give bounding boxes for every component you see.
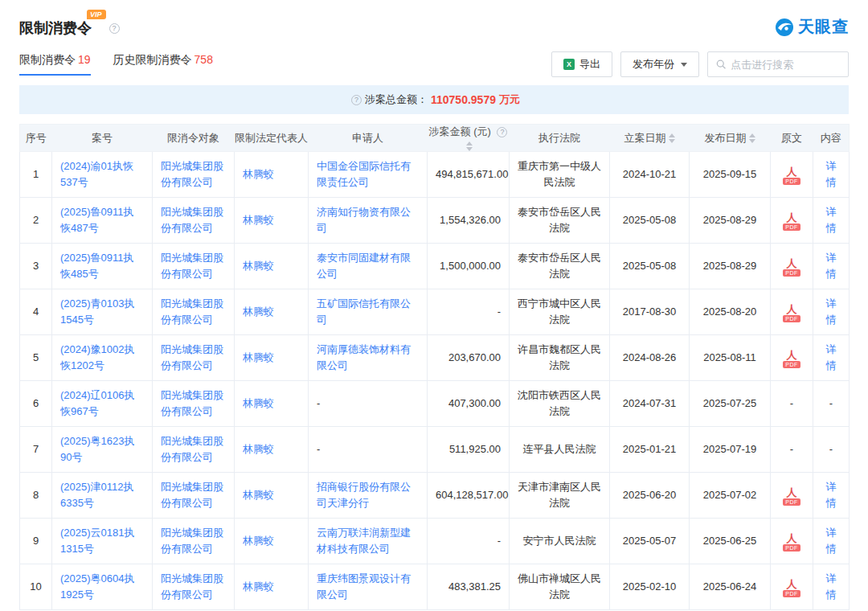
column-header: 原文 [771, 125, 813, 152]
column-header: 限制法定代表人 [235, 125, 309, 152]
sort-icon[interactable] [669, 133, 675, 143]
pdf-icon[interactable]: 人PDF [783, 350, 800, 368]
target-company-link[interactable]: 阳光城集团股份有限公司 [161, 572, 223, 601]
publish-date: 2025-06-24 [690, 564, 771, 610]
row-index: 7 [20, 427, 52, 473]
table-row: 9 (2025)云0181执1315号 阳光城集团股份有限公司 林腾蛟 云南万联… [20, 519, 850, 564]
court-name: 泰安市岱岳区人民法院 [510, 244, 610, 289]
export-button-label: 导出 [579, 57, 600, 72]
legal-rep-link[interactable]: 林腾蛟 [243, 535, 274, 547]
pdf-cell: 人PDF [771, 198, 813, 244]
sort-icon[interactable] [749, 133, 755, 143]
column-header: 执行法院 [510, 125, 610, 152]
pdf-icon[interactable]: 人PDF [783, 166, 800, 185]
pdf-cell: 人PDF [771, 335, 813, 381]
row-index: 2 [20, 198, 52, 244]
tab-0[interactable]: 限制消费令19 [19, 53, 91, 76]
detail-link[interactable]: 详情 [826, 343, 837, 371]
case-number-link[interactable]: (2024)豫1002执恢1202号 [60, 343, 135, 371]
court-name: 天津市津南区人民法院 [510, 473, 610, 519]
legal-rep-link[interactable]: 林腾蛟 [243, 443, 274, 455]
publish-date: 2025-08-11 [690, 335, 771, 381]
target-company-link[interactable]: 阳光城集团股份有限公司 [161, 297, 223, 326]
target-company-link[interactable]: 阳光城集团股份有限公司 [161, 527, 223, 555]
case-number-link[interactable]: (2024)渝01执恢537号 [60, 160, 133, 188]
table-row: 3 (2025)鲁0911执恢485号 阳光城集团股份有限公司 林腾蛟 泰安市同… [20, 244, 850, 289]
pdf-icon[interactable]: 人PDF [783, 212, 800, 231]
legal-rep-link[interactable]: 林腾蛟 [243, 489, 274, 501]
publish-date: 2025-07-02 [690, 473, 771, 519]
pdf-icon[interactable]: 人PDF [783, 579, 800, 597]
row-index: 6 [20, 381, 52, 427]
case-number-link[interactable]: (2025)粤1623执90号 [60, 435, 135, 463]
detail-link[interactable]: 详情 [826, 297, 837, 326]
applicant-link[interactable]: 泰安市同固建材有限公司 [317, 252, 411, 280]
amount-value: 483,381.25 [428, 564, 510, 610]
publish-date: 2025-08-29 [690, 198, 771, 244]
legal-rep-link[interactable]: 林腾蛟 [243, 260, 274, 272]
amount-value: 407,300.00 [428, 381, 510, 427]
table-row: 6 (2024)辽0106执恢967号 阳光城集团股份有限公司 林腾蛟 - 40… [20, 381, 850, 427]
column-header: 案号 [52, 125, 153, 152]
column-header[interactable]: 发布日期 [690, 125, 771, 152]
column-header[interactable]: 涉案金额 (元) ? [428, 125, 510, 152]
target-company-link[interactable]: 阳光城集团股份有限公司 [161, 343, 223, 371]
column-help-icon[interactable]: ? [497, 127, 507, 137]
detail-cell: - [813, 427, 850, 473]
detail-link[interactable]: 详情 [826, 160, 837, 188]
detail-cell: 详情 [813, 152, 850, 198]
tab-label: 限制消费令 [19, 53, 76, 66]
case-number-link[interactable]: (2025)津0112执6335号 [60, 481, 134, 509]
target-company-link[interactable]: 阳光城集团股份有限公司 [161, 160, 223, 188]
case-number-link[interactable]: (2025)青0103执1545号 [60, 297, 135, 326]
tab-toolbar-row: 限制消费令19历史限制消费令758 X 导出 发布年份 [19, 51, 849, 77]
target-company-link[interactable]: 阳光城集团股份有限公司 [161, 435, 223, 463]
legal-rep-link[interactable]: 林腾蛟 [243, 306, 274, 318]
sort-icon[interactable] [466, 141, 473, 151]
tab-1[interactable]: 历史限制消费令758 [113, 53, 213, 76]
detail-cell: 详情 [813, 473, 850, 519]
applicant-link[interactable]: 云南万联沣润新型建材科技有限公司 [317, 527, 411, 555]
legal-rep-link[interactable]: 林腾蛟 [243, 351, 274, 363]
legal-rep-link[interactable]: 林腾蛟 [243, 168, 274, 180]
applicant-link[interactable]: 河南厚德装饰材料有限公司 [317, 343, 411, 371]
legal-rep-link[interactable]: 林腾蛟 [243, 580, 274, 593]
applicant-link[interactable]: 五矿国际信托有限公司 [317, 297, 411, 326]
help-icon[interactable]: ? [109, 23, 120, 34]
target-company-link[interactable]: 阳光城集团股份有限公司 [161, 389, 223, 417]
detail-link[interactable]: 详情 [826, 252, 837, 280]
target-company-link[interactable]: 阳光城集团股份有限公司 [161, 252, 223, 280]
case-number-link[interactable]: (2024)辽0106执恢967号 [60, 389, 135, 417]
detail-link[interactable]: 详情 [826, 527, 837, 555]
detail-link[interactable]: 详情 [826, 206, 837, 234]
pdf-icon[interactable]: 人PDF [783, 258, 800, 277]
applicant-link[interactable]: 重庆纬图景观设计有限公司 [317, 572, 411, 601]
case-number-link[interactable]: (2025)粤0604执1925号 [60, 572, 135, 601]
export-button[interactable]: X 导出 [551, 51, 612, 77]
detail-link[interactable]: 详情 [826, 572, 837, 601]
row-index: 3 [20, 244, 52, 289]
search-input[interactable] [731, 59, 840, 71]
pdf-icon[interactable]: 人PDF [783, 304, 800, 322]
publish-year-filter[interactable]: 发布年份 [620, 51, 699, 77]
pdf-cell: 人PDF [771, 473, 813, 519]
case-number-link[interactable]: (2025)鲁0911执恢487号 [60, 206, 134, 234]
pdf-icon[interactable]: 人PDF [783, 533, 800, 552]
filing-date: 2024-07-31 [610, 381, 690, 427]
case-number-link[interactable]: (2025)云0181执1315号 [60, 527, 135, 555]
applicant-link[interactable]: 招商银行股份有限公司天津分行 [317, 481, 411, 509]
case-number-link[interactable]: (2025)鲁0911执恢485号 [60, 252, 134, 280]
legal-rep-link[interactable]: 林腾蛟 [243, 214, 274, 226]
target-company-link[interactable]: 阳光城集团股份有限公司 [161, 206, 223, 234]
filing-date: 2024-08-26 [610, 335, 690, 381]
legal-rep-link[interactable]: 林腾蛟 [243, 397, 274, 409]
target-company-link[interactable]: 阳光城集团股份有限公司 [161, 481, 223, 509]
page-title: 限制消费令 [19, 18, 92, 39]
detail-link[interactable]: 详情 [826, 481, 837, 509]
pdf-cell: 人PDF [771, 289, 813, 335]
applicant-link[interactable]: 济南知行物资有限公司 [317, 206, 411, 234]
banner-help-icon[interactable]: ? [351, 95, 362, 105]
applicant-link[interactable]: 中国金谷国际信托有限责任公司 [317, 160, 411, 188]
pdf-icon[interactable]: 人PDF [783, 487, 800, 506]
column-header[interactable]: 立案日期 [610, 125, 690, 152]
